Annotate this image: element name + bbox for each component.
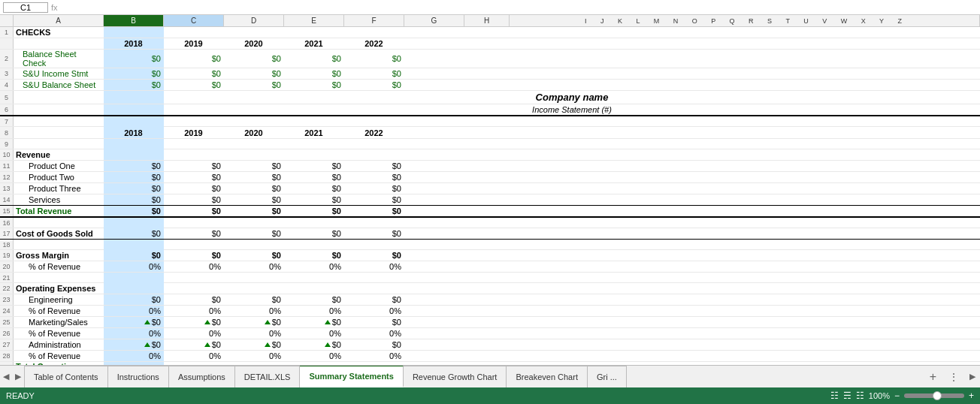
row-1: 1 CHECKS	[0, 27, 980, 38]
row-product-one: 11 Product One $0 $0 $0 $0 $0	[0, 161, 980, 172]
row-income-statement-title: 6 Income Statement (#)	[0, 104, 980, 116]
zoom-in-icon[interactable]: +	[969, 390, 974, 401]
tab-detail-xls[interactable]: DETAIL.XLS	[235, 366, 301, 387]
formula-bar: fx	[0, 0, 980, 15]
col-header-A[interactable]: A	[14, 15, 104, 26]
col-header-row	[0, 15, 14, 26]
services-label: Services	[14, 194, 104, 205]
col-header-B[interactable]: B	[104, 15, 164, 26]
product-three-label: Product Three	[14, 183, 104, 194]
row-21: 21	[0, 273, 980, 283]
col-header-G[interactable]: G	[404, 15, 464, 26]
tab-breakeven-chart[interactable]: Breakeven Chart	[507, 366, 588, 387]
scroll-right[interactable]: ▶	[965, 366, 980, 387]
row-gross-margin: 19 Gross Margin $0 $0 $0 $0 $0	[0, 250, 980, 261]
row-company: 5 Company name	[0, 91, 980, 104]
checks-label: CHECKS	[14, 27, 104, 38]
row-year-headers: 8 2018 2019 2020 2021 2022	[0, 127, 980, 139]
row-admin: 27 Administration $0 $0 $0 $0 $0	[0, 339, 980, 351]
row-gm-pct: 20 % of Revenue 0% 0% 0% 0% 0%	[0, 261, 980, 273]
su-balance-sheet: S&U Balance Sheet	[14, 80, 104, 90]
gm-pct-label: % of Revenue	[14, 261, 104, 272]
col-header-rest: I J K L M N O P Q R S T U V W X Y Z	[510, 15, 980, 26]
row-product-three: 13 Product Three $0 $0 $0 $0 $0	[0, 183, 980, 194]
row-9: 9	[0, 139, 980, 149]
tab-bar: ◀ ▶ Table of Contents Instructions Assum…	[0, 365, 980, 387]
row-su-balance: 4 S&U Balance Sheet $0 $0 $0 $0 $0	[0, 80, 980, 91]
marketing-label: Marketing/Sales	[14, 317, 104, 327]
admin-pct-label: % of Revenue	[14, 351, 104, 361]
tab-nav-left[interactable]: ◀	[0, 366, 12, 387]
total-opex-label: Total Operating Expenses	[14, 362, 104, 365]
page-layout-icon[interactable]: ☴	[843, 390, 851, 401]
page-break-icon[interactable]: ☷	[856, 390, 864, 401]
row-marketing: 25 Marketing/Sales $0 $0 $0 $0 $0	[0, 317, 980, 328]
row-eng-pct: 24 % of Revenue 0% 0% 0% 0% 0%	[0, 306, 980, 317]
admin-label: Administration	[14, 339, 104, 350]
tabs-container: Table of Contents Instructions Assumptio…	[24, 366, 924, 387]
su-income-stmt: S&U Income Stmt	[14, 68, 104, 79]
tab-gri[interactable]: Gri ...	[588, 366, 627, 387]
product-two-label: Product Two	[14, 172, 104, 182]
mkt-pct-label: % of Revenue	[14, 328, 104, 339]
row-total-opex: 29 Total Operating Expenses $0 $0 $0 $0 …	[0, 362, 980, 365]
tab-revenue-growth-chart[interactable]: Revenue Growth Chart	[404, 366, 507, 387]
column-headers: A B C D E F G H I J K L M N O P Q R S T …	[0, 15, 980, 27]
tab-summary-statements[interactable]: Summary Statements	[300, 366, 404, 387]
zoom-out-icon[interactable]: −	[894, 390, 900, 401]
product-one-label: Product One	[14, 161, 104, 171]
col-header-C[interactable]: C	[164, 15, 224, 26]
row-opex-label: 22 Operating Expenses	[0, 283, 980, 294]
opex-label: Operating Expenses	[14, 283, 104, 294]
row-su-income: 3 S&U Income Stmt $0 $0 $0 $0 $0	[0, 68, 980, 80]
row-services: 14 Services $0 $0 $0 $0 $0	[0, 194, 980, 206]
row-engineering: 23 Engineering $0 $0 $0 $0 $0	[0, 294, 980, 306]
row-18: 18	[0, 240, 980, 250]
status-right: ☷ ☴ ☷ 100% − +	[830, 390, 974, 401]
eng-pct-label: % of Revenue	[14, 306, 104, 316]
engineering-label: Engineering	[14, 294, 104, 305]
row-total-revenue: 15 Total Revenue $0 $0 $0 $0 $0	[0, 206, 980, 218]
zoom-slider[interactable]	[904, 393, 964, 398]
status-text: READY	[6, 391, 35, 400]
col-header-F[interactable]: F	[344, 15, 404, 26]
balance-sheet-check: Balance Sheet Check	[14, 50, 104, 68]
company-name: Company name	[164, 91, 980, 104]
row-checks-years: 2018 2019 2020 2021 2022	[0, 38, 980, 50]
income-statement-title: Income Statement (#)	[164, 104, 980, 115]
tab-nav-right[interactable]: ▶	[12, 366, 24, 387]
row-revenue-label: 10 Revenue	[0, 149, 980, 161]
row-16: 16	[0, 218, 980, 228]
row-balance-check: 2 Balance Sheet Check $0 $0 $0 $0 $0	[0, 50, 980, 68]
name-box[interactable]	[3, 2, 48, 13]
normal-view-icon[interactable]: ☷	[830, 390, 839, 401]
tab-add-button[interactable]: +	[924, 366, 942, 387]
tab-table-of-contents[interactable]: Table of Contents	[24, 366, 108, 387]
zoom-level: 100%	[869, 391, 890, 400]
gross-margin-label: Gross Margin	[14, 250, 104, 261]
tab-assumptions[interactable]: Assumptions	[169, 366, 235, 387]
revenue-label: Revenue	[14, 149, 104, 160]
status-bar: READY ☷ ☴ ☷ 100% − +	[0, 387, 980, 404]
tab-instructions[interactable]: Instructions	[108, 366, 169, 387]
spreadsheet: 1 CHECKS 2018 2019 2020 2021 2022 2 Bala…	[0, 27, 980, 365]
row-mkt-pct: 26 % of Revenue 0% 0% 0% 0% 0%	[0, 328, 980, 339]
col-header-H[interactable]: H	[464, 15, 510, 26]
col-header-E[interactable]: E	[284, 15, 344, 26]
row-7: 7	[0, 116, 980, 127]
row-cogs: 17 Cost of Goods Sold $0 $0 $0 $0 $0	[0, 228, 980, 240]
tab-menu-button[interactable]: ⋮	[942, 366, 965, 387]
total-revenue-label: Total Revenue	[14, 206, 104, 216]
col-header-D[interactable]: D	[224, 15, 284, 26]
cogs-label: Cost of Goods Sold	[14, 228, 104, 239]
row-admin-pct: 28 % of Revenue 0% 0% 0% 0% 0%	[0, 351, 980, 362]
row-product-two: 12 Product Two $0 $0 $0 $0 $0	[0, 172, 980, 183]
